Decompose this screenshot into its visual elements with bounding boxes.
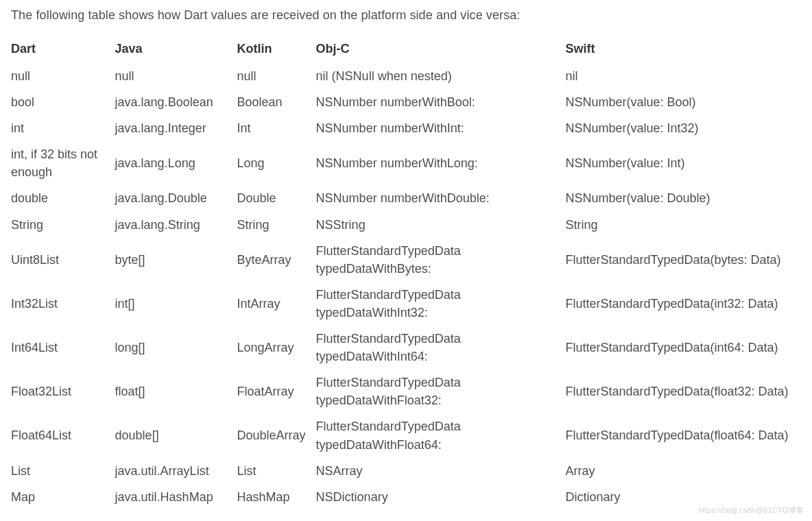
type-mapping-table: Dart Java Kotlin Obj-C Swift nullnullnul… (11, 38, 801, 510)
cell-objc: FlutterStandardTypedData typedDataWithFl… (316, 413, 566, 457)
table-row: Stringjava.lang.StringStringNSStringStri… (11, 212, 801, 238)
cell-dart: Float32List (11, 369, 115, 413)
cell-objc: NSNumber numberWithBool: (316, 89, 566, 115)
cell-kotlin: Int (237, 115, 315, 141)
cell-kotlin: DoubleArray (237, 413, 315, 457)
cell-swift: NSNumber(value: Double) (565, 185, 801, 211)
cell-dart: null (11, 63, 115, 89)
col-header-objc: Obj-C (316, 38, 566, 63)
cell-swift: NSNumber(value: Int) (565, 141, 801, 185)
cell-kotlin: ByteArray (237, 238, 315, 282)
cell-swift: FlutterStandardTypedData(float64: Data) (565, 413, 801, 457)
cell-objc: FlutterStandardTypedData typedDataWithIn… (316, 282, 566, 326)
cell-swift: FlutterStandardTypedData(int32: Data) (565, 282, 801, 326)
cell-java: java.lang.String (115, 212, 237, 238)
cell-objc: nil (NSNull when nested) (316, 63, 566, 89)
document-page: The following table shows how Dart value… (0, 0, 812, 521)
cell-objc: NSString (316, 212, 566, 238)
cell-swift: nil (565, 63, 801, 89)
cell-swift: String (565, 212, 801, 238)
cell-kotlin: FloatArray (237, 369, 315, 413)
table-row: Float32Listfloat[]FloatArrayFlutterStand… (11, 369, 801, 413)
cell-kotlin: String (237, 212, 315, 238)
cell-swift: NSNumber(value: Int32) (565, 115, 801, 141)
cell-java: int[] (115, 282, 237, 326)
table-row: Int32Listint[]IntArrayFlutterStandardTyp… (11, 282, 801, 326)
table-header-row: Dart Java Kotlin Obj-C Swift (11, 38, 801, 63)
cell-kotlin: HashMap (237, 484, 315, 510)
cell-objc: NSNumber numberWithLong: (316, 141, 566, 185)
cell-objc: NSDictionary (316, 484, 566, 510)
col-header-dart: Dart (11, 38, 115, 63)
cell-kotlin: Double (237, 185, 315, 211)
cell-java: byte[] (115, 238, 237, 282)
cell-objc: NSArray (316, 458, 566, 484)
watermark-text: https://blog.csdn@51CTO博客 (698, 505, 804, 516)
cell-swift: FlutterStandardTypedData(bytes: Data) (565, 238, 801, 282)
cell-kotlin: Boolean (237, 89, 315, 115)
table-row: Uint8Listbyte[]ByteArrayFlutterStandardT… (11, 238, 801, 282)
cell-objc: FlutterStandardTypedData typedDataWithBy… (316, 238, 566, 282)
col-header-kotlin: Kotlin (237, 38, 315, 63)
cell-java: java.util.HashMap (115, 484, 237, 510)
cell-objc: FlutterStandardTypedData typedDataWithIn… (316, 326, 566, 369)
cell-java: java.lang.Boolean (115, 89, 237, 115)
cell-kotlin: null (237, 63, 315, 89)
cell-dart: int (11, 115, 115, 141)
cell-dart: List (11, 458, 115, 484)
cell-kotlin: IntArray (237, 282, 315, 326)
intro-text: The following table shows how Dart value… (11, 8, 801, 23)
cell-swift: Array (565, 458, 801, 484)
table-row: Float64Listdouble[]DoubleArrayFlutterSta… (11, 413, 801, 457)
cell-java: double[] (115, 413, 237, 457)
cell-objc: FlutterStandardTypedData typedDataWithFl… (316, 369, 566, 413)
cell-objc: NSNumber numberWithDouble: (316, 185, 566, 211)
table-row: int, if 32 bits not enoughjava.lang.Long… (11, 141, 801, 185)
cell-dart: double (11, 185, 115, 211)
cell-dart: Int64List (11, 326, 115, 369)
table-row: nullnullnullnil (NSNull when nested)nil (11, 63, 801, 89)
cell-swift: FlutterStandardTypedData(float32: Data) (565, 369, 801, 413)
cell-dart: Float64List (11, 413, 115, 457)
cell-kotlin: List (237, 458, 315, 484)
cell-dart: bool (11, 89, 115, 115)
cell-swift: NSNumber(value: Bool) (565, 89, 801, 115)
table-row: Int64Listlong[]LongArrayFlutterStandardT… (11, 326, 801, 369)
col-header-java: Java (115, 38, 237, 63)
cell-java: java.lang.Long (115, 141, 237, 185)
cell-dart: int, if 32 bits not enough (11, 141, 115, 185)
table-row: booljava.lang.BooleanBooleanNSNumber num… (11, 89, 801, 115)
cell-kotlin: LongArray (237, 326, 315, 369)
cell-dart: Map (11, 484, 115, 510)
cell-dart: Uint8List (11, 238, 115, 282)
cell-dart: String (11, 212, 115, 238)
cell-java: java.util.ArrayList (115, 458, 237, 484)
table-row: intjava.lang.IntegerIntNSNumber numberWi… (11, 115, 801, 141)
col-header-swift: Swift (565, 38, 801, 63)
cell-java: java.lang.Integer (115, 115, 237, 141)
cell-dart: Int32List (11, 282, 115, 326)
cell-java: long[] (115, 326, 237, 369)
table-row: doublejava.lang.DoubleDoubleNSNumber num… (11, 185, 801, 211)
table-row: Listjava.util.ArrayListListNSArrayArray (11, 458, 801, 484)
cell-swift: FlutterStandardTypedData(int64: Data) (565, 326, 801, 369)
table-row: Mapjava.util.HashMapHashMapNSDictionaryD… (11, 484, 801, 510)
cell-java: java.lang.Double (115, 185, 237, 211)
cell-java: float[] (115, 369, 237, 413)
cell-kotlin: Long (237, 141, 315, 185)
cell-objc: NSNumber numberWithInt: (316, 115, 566, 141)
cell-java: null (115, 63, 237, 89)
